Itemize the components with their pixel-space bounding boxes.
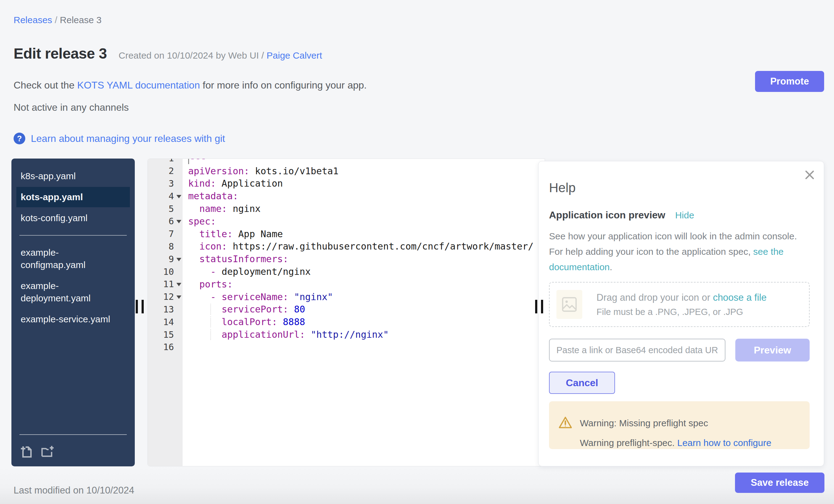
sidebar-divider xyxy=(19,235,127,236)
intro-before: Check out the xyxy=(14,80,77,91)
hide-link[interactable]: Hide xyxy=(675,210,694,221)
code-line-2[interactable]: 2apiVersion: kots.io/v1beta1 xyxy=(148,165,545,177)
code-line-13[interactable]: 13 servicePort: 80 xyxy=(148,303,545,316)
fold-arrow-icon[interactable] xyxy=(176,258,181,261)
warning-detail: Warning preflight-spec. Learn how to con… xyxy=(580,438,771,448)
code-line-15[interactable]: 15 applicationUrl: "http://nginx" xyxy=(148,328,545,341)
fold-arrow-icon[interactable] xyxy=(176,220,181,223)
icon-preview-section: Application icon preview Hide xyxy=(549,210,694,221)
file-item-kots-app.yaml[interactable]: kots-app.yaml xyxy=(16,187,130,207)
code-line-14[interactable]: 14 localPort: 8888 xyxy=(148,315,545,328)
sidebar-footer xyxy=(19,434,127,466)
code-line-8[interactable]: 8 icon: https://raw.githubusercontent.co… xyxy=(148,240,545,253)
created-meta-text: Created on 10/10/2024 by Web UI / xyxy=(119,50,267,61)
code-line-3[interactable]: 3kind: Application xyxy=(148,177,545,190)
warning-triangle-icon xyxy=(558,415,572,431)
new-file-icon[interactable] xyxy=(19,444,34,459)
description-period: . xyxy=(610,262,612,272)
line-number: 7 xyxy=(148,228,182,239)
warning-text: Warning: Missing preflight spec xyxy=(580,418,708,429)
question-circle-icon: ? xyxy=(14,133,25,144)
intro-text: Check out the KOTS YAML documentation fo… xyxy=(14,80,367,91)
close-icon[interactable] xyxy=(804,169,816,181)
line-number: 10 xyxy=(148,266,182,277)
code-line-11[interactable]: 11 ports: xyxy=(148,278,545,290)
line-number: 13 xyxy=(148,304,182,314)
last-modified-text: Last modified on 10/10/2024 xyxy=(14,485,134,496)
line-number: 9 xyxy=(148,254,182,264)
icon-dropzone[interactable]: Drag and drop your icon or choose a file… xyxy=(549,282,810,327)
file-item-kots-config.yaml[interactable]: kots-config.yaml xyxy=(16,208,130,228)
cancel-button[interactable]: Cancel xyxy=(549,372,615,394)
new-folder-icon[interactable] xyxy=(40,444,54,459)
breadcrumb: Releases / Release 3 xyxy=(14,15,102,25)
breadcrumb-releases-link[interactable]: Releases xyxy=(14,15,52,25)
intro-after: for more info on configuring your app. xyxy=(200,80,367,91)
text-cursor xyxy=(188,158,189,164)
breadcrumb-current: Release 3 xyxy=(60,15,102,25)
line-number: 1 xyxy=(148,158,182,163)
line-number: 15 xyxy=(148,329,182,340)
file-item-example-configmap.yaml[interactable]: example-configmap.yaml xyxy=(16,242,130,275)
icon-preview-heading: Application icon preview xyxy=(549,210,665,221)
line-number: 14 xyxy=(148,317,182,327)
git-help-link[interactable]: ? Learn about managing your releases wit… xyxy=(14,133,225,144)
line-number: 4 xyxy=(148,191,182,201)
dropzone-instruction: Drag and drop your icon or xyxy=(596,292,713,303)
choose-file-link[interactable]: choose a file xyxy=(713,292,766,303)
line-number: 16 xyxy=(148,342,182,352)
sidebar-resize-handle[interactable] xyxy=(135,300,144,313)
breadcrumb-separator: / xyxy=(52,15,60,25)
file-item-example-service.yaml[interactable]: example-service.yaml xyxy=(16,309,130,329)
fold-arrow-icon[interactable] xyxy=(176,295,181,299)
line-number: 2 xyxy=(148,166,182,176)
line-number: 6 xyxy=(148,216,182,226)
line-number: 11 xyxy=(148,279,182,289)
code-line-4[interactable]: 4metadata: xyxy=(148,190,545,202)
line-number: 12 xyxy=(148,291,182,302)
page-title: Edit release 3 xyxy=(14,45,107,62)
code-editor[interactable]: 1---2apiVersion: kots.io/v1beta13kind: A… xyxy=(148,158,545,466)
promote-button[interactable]: Promote xyxy=(755,71,824,92)
preview-button[interactable]: Preview xyxy=(735,339,810,361)
file-sidebar: k8s-app.yamlkots-app.yamlkots-config.yam… xyxy=(12,158,135,466)
created-meta: Created on 10/10/2024 by Web UI / Paige … xyxy=(119,50,322,61)
code-line-5[interactable]: 5 name: nginx xyxy=(148,202,545,215)
code-line-1[interactable]: 1--- xyxy=(148,158,545,165)
save-release-button[interactable]: Save release xyxy=(735,473,825,493)
code-line-9[interactable]: 9 statusInformers: xyxy=(148,253,545,265)
fold-arrow-icon[interactable] xyxy=(176,283,181,286)
help-panel: Help Application icon preview Hide See h… xyxy=(538,161,824,466)
line-number: 8 xyxy=(148,241,182,252)
code-line-12[interactable]: 12 - serviceName: "nginx" xyxy=(148,290,545,303)
fold-arrow-icon[interactable] xyxy=(176,195,181,198)
channel-status-text: Not active in any channels xyxy=(14,102,129,113)
file-item-example-deployment.yaml[interactable]: example-deployment.yaml xyxy=(16,276,130,308)
code-line-6[interactable]: 6spec: xyxy=(148,215,545,228)
learn-configure-link[interactable]: Learn how to configure xyxy=(677,438,771,448)
help-panel-title: Help xyxy=(549,180,575,195)
author-link[interactable]: Paige Calvert xyxy=(266,50,322,61)
code-line-10[interactable]: 10 - deployment/nginx xyxy=(148,265,545,278)
dropzone-filetypes: File must be a .PNG, .JPEG, or .JPG xyxy=(596,307,766,317)
editor-lines: 1---2apiVersion: kots.io/v1beta13kind: A… xyxy=(148,158,545,353)
line-number: 5 xyxy=(148,203,182,214)
image-placeholder-icon xyxy=(556,290,582,319)
icon-preview-description: See how your application icon will look … xyxy=(549,228,810,275)
file-list: k8s-app.yamlkots-app.yamlkots-config.yam… xyxy=(12,166,135,329)
page-header: Edit release 3 Created on 10/10/2024 by … xyxy=(14,45,322,62)
code-line-16[interactable]: 16 xyxy=(148,341,545,353)
preflight-warning-box: Warning: Missing preflight spec Warning … xyxy=(549,401,810,449)
kots-yaml-doc-link[interactable]: KOTS YAML documentation xyxy=(77,80,200,91)
edit-release-page: Releases / Release 3 Edit release 3 Crea… xyxy=(0,0,834,504)
git-help-label: Learn about managing your releases with … xyxy=(31,133,225,144)
icon-url-input[interactable] xyxy=(549,339,725,361)
help-resize-handle[interactable] xyxy=(534,300,543,313)
file-item-k8s-app.yaml[interactable]: k8s-app.yaml xyxy=(16,166,130,186)
line-number: 3 xyxy=(148,178,182,189)
dropzone-text: Drag and drop your icon or choose a file… xyxy=(596,292,766,317)
warning-detail-text: Warning preflight-spec. xyxy=(580,438,677,448)
code-line-7[interactable]: 7 title: App Name xyxy=(148,228,545,240)
